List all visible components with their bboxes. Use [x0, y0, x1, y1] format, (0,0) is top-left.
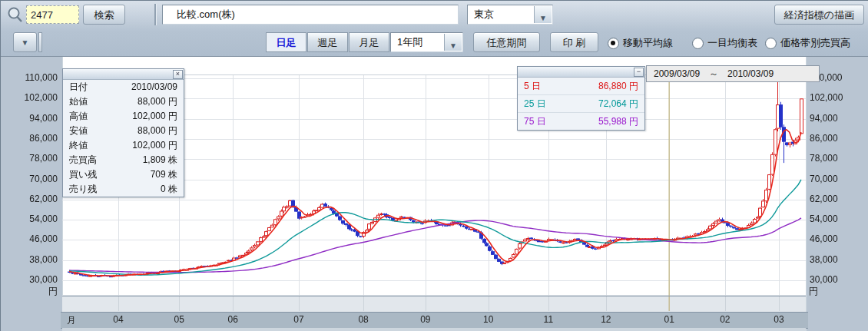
x-tick-month: 08 [348, 314, 379, 325]
info-label: 日付 [69, 80, 88, 94]
quote-info-box: × 日付 2010/03/09 始値 88,000 円 高値 102,000 円… [62, 68, 184, 197]
info-row-margin-buy: 買い残 709 株 [63, 167, 184, 182]
exchange-select-value: 東京 [474, 8, 494, 20]
legend-row-ma5: 5 日 86,880 円 [518, 78, 644, 94]
radio-label: 移動平均線 [623, 36, 673, 50]
info-value: 102,000 円 [132, 138, 177, 153]
minimize-icon[interactable]: − [634, 68, 644, 77]
y-tick-left: 38,000 [2, 254, 58, 265]
info-value: 0 株 [161, 182, 177, 197]
info-label: 売買高 [69, 153, 97, 167]
collapse-panel-button[interactable]: ▼ [13, 32, 37, 52]
x-tick-month: 04 [103, 314, 134, 325]
chevron-down-icon[interactable]: ▼ [444, 34, 462, 51]
legend-row-ma75: 75 日 55,988 円 [518, 112, 644, 130]
y-tick-right: 78,000 [810, 153, 865, 164]
y-tick-right: 94,000 [810, 113, 865, 124]
y-tick-left: 94,000 [2, 113, 58, 124]
x-tick-month: 09 [410, 314, 441, 325]
period-select-value: 1年間 [397, 36, 422, 48]
date-range-separator: ～ [709, 68, 718, 81]
app-window: 検索 比較.com(株) 東京 ▼ 経済指標の描画 ▼ 日足 週足 月足 1年間… [0, 0, 868, 331]
legend-value: 72,064 円 [598, 95, 638, 112]
x-tick-month: 02 [710, 314, 740, 325]
info-value: 102,000 円 [132, 109, 177, 124]
date-range-box: 2009/03/09 ～ 2010/03/09 [646, 65, 820, 82]
info-row-margin-sell: 売り残 0 株 [63, 182, 184, 197]
y-tick-right: 30,000 [810, 274, 865, 285]
y-tick-right: 86,000 [810, 133, 865, 144]
ma-legend-box: − 5 日 86,880 円 25 日 72,064 円 75 日 55,988… [517, 66, 645, 131]
chart-region: × 日付 2010/03/09 始値 88,000 円 高値 102,000 円… [1, 57, 868, 331]
legend-value: 86,880 円 [598, 78, 638, 94]
y-unit-left: 円 [2, 285, 58, 298]
search-icon [6, 6, 25, 25]
x-tick-month: 05 [164, 314, 194, 325]
radio-moving-average[interactable]: 移動平均線 [608, 36, 673, 50]
radio-volume-by-price[interactable]: 価格帯別売買高 [765, 36, 850, 50]
x-tick-month: 06 [217, 314, 248, 325]
info-row-open: 始値 88,000 円 [63, 94, 184, 109]
legend-row-ma25: 25 日 72,064 円 [518, 94, 644, 112]
exchange-select[interactable]: 東京 ▼ [467, 5, 553, 25]
info-row-low: 安値 88,000 円 [63, 124, 184, 138]
legend-label: 25 日 [524, 95, 546, 112]
x-tick-month: 01 [654, 314, 684, 325]
ma-legend-titlebar[interactable]: − [518, 67, 644, 78]
legend-value: 55,988 円 [598, 113, 638, 130]
legend-label: 5 日 [524, 78, 541, 94]
radio-dot-icon [692, 38, 704, 49]
period-select[interactable]: 1年間 ▼ [390, 32, 463, 52]
date-range-start: 2009/03/09 [654, 68, 700, 79]
tab-daily[interactable]: 日足 [266, 32, 306, 52]
stock-code-input[interactable] [26, 5, 79, 24]
info-row-volume: 売買高 1,809 株 [63, 153, 184, 167]
economic-indicator-button[interactable]: 経済指標の描画 [774, 5, 864, 25]
x-tick-month: 03 [764, 314, 794, 325]
info-label: 買い残 [69, 167, 97, 182]
y-tick-left: 54,000 [2, 213, 58, 224]
x-axis-unit-label: 月 [64, 314, 79, 327]
y-tick-right: 70,000 [810, 174, 865, 184]
radio-label: 一目均衡表 [707, 36, 757, 50]
info-label: 安値 [69, 124, 88, 138]
y-tick-left: 30,000 [2, 274, 58, 285]
stock-name-field[interactable]: 比較.com(株) [162, 5, 459, 25]
y-unit-right: 円 [809, 285, 840, 298]
info-label: 売り残 [69, 182, 97, 197]
y-tick-right: 46,000 [810, 233, 865, 244]
info-label: 終値 [69, 138, 88, 153]
y-tick-right: 102,000 [810, 92, 865, 103]
info-label: 高値 [69, 109, 88, 124]
info-row-date: 日付 2010/03/09 [63, 80, 184, 94]
y-tick-left: 70,000 [2, 174, 58, 184]
y-tick-right: 62,000 [810, 194, 865, 204]
y-tick-left: 78,000 [2, 153, 58, 164]
date-range-end: 2010/03/09 [727, 68, 774, 79]
quote-info-titlebar[interactable]: × [63, 69, 184, 80]
legend-label: 75 日 [524, 113, 546, 130]
y-tick-left: 46,000 [2, 233, 58, 244]
info-value: 88,000 円 [137, 94, 177, 109]
y-tick-left: 86,000 [2, 133, 58, 144]
toolbar: 検索 比較.com(株) 東京 ▼ 経済指標の描画 ▼ 日足 週足 月足 1年間… [1, 1, 868, 57]
radio-dot-icon [765, 38, 777, 49]
y-tick-right: 54,000 [810, 213, 865, 224]
y-tick-left: 110,000 [2, 72, 58, 83]
radio-dot-icon [608, 38, 619, 49]
info-value: 88,000 円 [137, 124, 177, 138]
toolbar-divider [154, 4, 156, 25]
info-value: 1,809 株 [143, 153, 177, 167]
chevron-down-icon[interactable]: ▼ [534, 6, 552, 23]
custom-range-button[interactable]: 任意期間 [473, 32, 540, 52]
print-button[interactable]: 印 刷 [550, 32, 598, 52]
search-button[interactable]: 検索 [83, 5, 125, 25]
tab-weekly[interactable]: 週足 [307, 32, 348, 52]
info-row-close: 終値 102,000 円 [63, 138, 184, 153]
close-icon[interactable]: × [173, 70, 183, 79]
y-tick-left: 62,000 [2, 194, 58, 204]
tab-monthly[interactable]: 月足 [349, 32, 389, 52]
y-tick-right: 38,000 [810, 254, 865, 265]
splitter-handle[interactable] [38, 32, 42, 52]
radio-ichimoku[interactable]: 一目均衡表 [692, 36, 757, 50]
